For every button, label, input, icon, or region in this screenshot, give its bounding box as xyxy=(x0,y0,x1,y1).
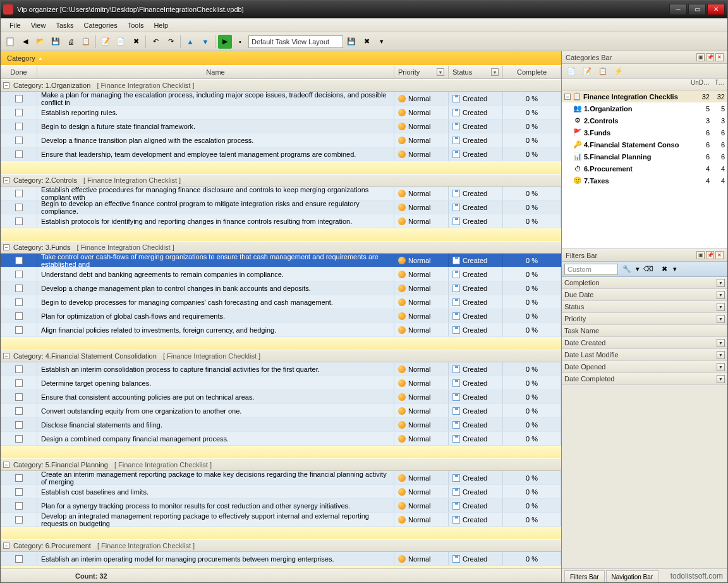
checkbox[interactable] xyxy=(15,393,23,401)
collapse-icon[interactable]: − xyxy=(3,244,9,250)
panel-close-icon[interactable]: ✕ xyxy=(715,53,724,61)
done-cell[interactable] xyxy=(1,418,37,431)
task-row[interactable]: Create an interim management reporting p… xyxy=(1,471,561,485)
done-cell[interactable] xyxy=(1,309,37,322)
collapse-icon[interactable]: − xyxy=(3,353,9,359)
movedown-icon[interactable]: ▼ xyxy=(198,35,212,49)
delete-icon[interactable]: ✖ xyxy=(129,35,143,49)
done-cell[interactable] xyxy=(1,390,37,403)
run-icon[interactable]: ▶ xyxy=(218,35,232,49)
tab-navigation-bar[interactable]: Navigation Bar xyxy=(606,570,659,582)
task-row[interactable]: Ensure that consistent accounting polici… xyxy=(1,390,561,404)
collapse-icon[interactable]: − xyxy=(3,462,9,468)
tree-item[interactable]: 🔑4.Financial Statement Conso66 xyxy=(562,138,727,150)
filter-row[interactable]: Status▼ xyxy=(562,301,727,313)
checkbox[interactable] xyxy=(15,326,23,334)
tree-item[interactable]: ⚙2.Controls33 xyxy=(562,114,727,126)
filter-row[interactable]: Date Created▼ xyxy=(562,337,727,349)
open-icon[interactable]: 📂 xyxy=(33,35,47,49)
done-cell[interactable] xyxy=(1,267,37,281)
dropdown-icon[interactable]: ▼ xyxy=(717,375,725,383)
checkbox[interactable] xyxy=(15,312,23,320)
task-row[interactable]: Take control over cash-flows of merging … xyxy=(1,254,561,267)
menu-view[interactable]: View xyxy=(26,20,51,30)
checkbox[interactable] xyxy=(15,285,23,292)
checkbox[interactable] xyxy=(15,407,23,415)
cat-action-icon[interactable]: ⚡ xyxy=(612,64,626,78)
tree-item[interactable]: 👥1.Organization55 xyxy=(562,102,727,114)
done-cell[interactable] xyxy=(1,432,37,445)
tree-item[interactable]: 📊5.Financial Planning66 xyxy=(562,150,727,163)
task-row[interactable]: Establish protocols for identifying and … xyxy=(1,214,561,228)
done-cell[interactable] xyxy=(1,552,37,565)
cat-new-icon[interactable]: 📄 xyxy=(564,64,578,78)
done-cell[interactable] xyxy=(1,187,37,200)
redo-icon[interactable]: ↷ xyxy=(164,35,178,49)
col-complete[interactable]: Complete xyxy=(503,66,561,78)
new-icon[interactable] xyxy=(3,35,17,49)
menu-help[interactable]: Help xyxy=(149,20,173,30)
task-row[interactable]: Plan for optimization of global cash-flo… xyxy=(1,309,561,323)
category-row[interactable]: −Category: 4.Financial Statement Consoli… xyxy=(1,350,561,362)
checkbox[interactable] xyxy=(15,435,23,443)
task-row[interactable]: Understand debt and banking agreements t… xyxy=(1,267,561,281)
cat-edit-icon[interactable]: 📝 xyxy=(580,64,594,78)
tree-item[interactable]: 🙂7.Taxes44 xyxy=(562,175,727,187)
new-task2-icon[interactable]: 📄 xyxy=(114,35,128,49)
task-row[interactable]: Make a plan for managing the escalation … xyxy=(1,92,561,106)
collapse-icon[interactable]: − xyxy=(3,82,9,89)
minimize-button[interactable]: ─ xyxy=(669,4,687,15)
category-row[interactable]: −Category: 6.Procurement [ Finance Integ… xyxy=(1,539,561,552)
category-row[interactable]: −Category: 2.Controls [ Finance Integrat… xyxy=(1,174,561,187)
panel-close-icon[interactable]: ✕ xyxy=(715,251,724,259)
done-cell[interactable] xyxy=(1,471,37,484)
task-row[interactable]: Ensure that leadership, team development… xyxy=(1,147,561,161)
done-cell[interactable] xyxy=(1,376,37,390)
checkbox[interactable] xyxy=(15,379,23,387)
task-row[interactable]: Align financial policies related to inve… xyxy=(1,323,561,337)
menu-tasks[interactable]: Tasks xyxy=(51,20,78,30)
checkbox[interactable] xyxy=(15,190,23,197)
dropdown-icon[interactable]: ▼ xyxy=(717,363,725,371)
task-row[interactable]: Establish an interim operating model for… xyxy=(1,552,561,566)
done-cell[interactable] xyxy=(1,404,37,417)
task-row[interactable]: Design a combined company financial mana… xyxy=(1,432,561,446)
done-cell[interactable] xyxy=(1,106,37,119)
checkbox[interactable] xyxy=(15,123,23,130)
done-cell[interactable] xyxy=(1,120,37,133)
done-cell[interactable] xyxy=(1,323,37,336)
back-icon[interactable]: ◀ xyxy=(18,35,32,49)
checkbox[interactable] xyxy=(15,271,23,278)
collapse-icon[interactable]: − xyxy=(3,177,9,183)
task-row[interactable]: Establish cost baselines and limits.Norm… xyxy=(1,485,561,499)
dropdown-icon[interactable]: ▼ xyxy=(717,315,725,323)
checkbox[interactable] xyxy=(15,137,23,144)
del-layout-icon[interactable]: ✖ xyxy=(360,35,373,49)
done-cell[interactable] xyxy=(1,362,37,376)
filter-del-icon[interactable]: ✖ xyxy=(657,262,671,276)
menu-categories[interactable]: Categories xyxy=(79,20,123,30)
panel-max-icon[interactable]: ▣ xyxy=(696,251,705,259)
done-cell[interactable] xyxy=(1,281,37,295)
task-row[interactable]: Determine target opening balances.Normal… xyxy=(1,376,561,390)
task-row[interactable]: Begin to design a future state financial… xyxy=(1,120,561,133)
checkbox[interactable] xyxy=(15,421,23,429)
dropdown-icon[interactable]: ▼ xyxy=(717,351,725,359)
task-row[interactable]: Disclose financial statements and filing… xyxy=(1,418,561,432)
new-task-icon[interactable]: 📝 xyxy=(99,35,112,49)
done-cell[interactable] xyxy=(1,147,37,161)
done-cell[interactable] xyxy=(1,254,37,267)
cat-copy-icon[interactable]: 📋 xyxy=(596,64,610,78)
bullet-icon[interactable]: • xyxy=(233,35,247,49)
collapse-icon[interactable]: − xyxy=(564,94,571,100)
undo-icon[interactable]: ↶ xyxy=(149,35,162,49)
checkbox[interactable] xyxy=(15,218,23,225)
task-row[interactable]: Develop a finance transition plan aligne… xyxy=(1,133,561,147)
category-row[interactable]: −Category: 3.Funds [ Finance Integration… xyxy=(1,241,561,254)
checkbox[interactable] xyxy=(15,555,23,563)
task-row[interactable]: Convert outstanding equity from one orga… xyxy=(1,404,561,418)
custom-filter-field[interactable]: Custom xyxy=(564,264,618,275)
checkbox[interactable] xyxy=(15,502,23,510)
panel-max-icon[interactable]: ▣ xyxy=(696,53,705,61)
done-cell[interactable] xyxy=(1,92,37,105)
